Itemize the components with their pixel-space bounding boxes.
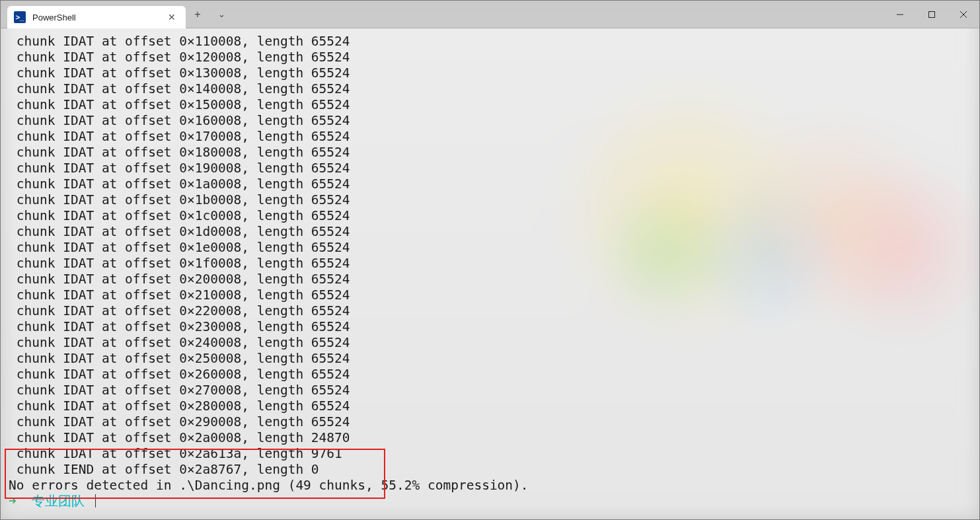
close-icon — [960, 11, 967, 19]
terminal-line: chunk IDAT at offset 0×260008, length 65… — [9, 367, 978, 383]
terminal-prompt[interactable]: ➜ 专业团队 — [9, 494, 978, 509]
cursor-icon — [95, 494, 96, 507]
powershell-icon: >_ — [14, 11, 26, 23]
terminal-line: chunk IDAT at offset 0×200008, length 65… — [9, 272, 978, 287]
terminal-line: chunk IDAT at offset 0×2a613a, length 97… — [9, 446, 978, 462]
terminal-line: chunk IDAT at offset 0×160008, length 65… — [9, 113, 978, 129]
terminal-line: chunk IDAT at offset 0×140008, length 65… — [9, 81, 978, 97]
terminal-line: chunk IDAT at offset 0×170008, length 65… — [9, 129, 978, 145]
window-minimize-button[interactable] — [884, 1, 916, 28]
prompt-path: 专业团队 — [32, 494, 85, 509]
svg-rect-1 — [929, 11, 935, 17]
terminal-line: chunk IDAT at offset 0×110008, length 65… — [9, 34, 978, 50]
terminal-line: chunk IDAT at offset 0×270008, length 65… — [9, 383, 978, 398]
window-maximize-button[interactable] — [916, 1, 948, 28]
terminal-line: chunk IDAT at offset 0×290008, length 65… — [9, 414, 978, 430]
maximize-icon — [928, 11, 936, 19]
terminal-window: >_ PowerShell ✕ + ⌄ chunk IDAT at offset… — [0, 0, 980, 520]
terminal-line: chunk IDAT at offset 0×1a0008, length 65… — [9, 176, 978, 192]
terminal-viewport[interactable]: chunk IDAT at offset 0×110008, length 65… — [1, 28, 979, 519]
terminal-line: chunk IDAT at offset 0×210008, length 65… — [9, 287, 978, 303]
terminal-line: chunk IDAT at offset 0×1d0008, length 65… — [9, 224, 978, 240]
terminal-line: chunk IDAT at offset 0×2a0008, length 24… — [9, 430, 978, 446]
new-tab-button[interactable]: + — [186, 1, 209, 28]
terminal-line: chunk IDAT at offset 0×280008, length 65… — [9, 398, 978, 414]
terminal-line: chunk IDAT at offset 0×190008, length 65… — [9, 161, 978, 176]
terminal-line: No errors detected in .\Dancing.png (49 … — [9, 478, 978, 494]
tab-title: PowerShell — [32, 13, 159, 22]
window-close-button[interactable] — [948, 1, 979, 28]
terminal-line: chunk IDAT at offset 0×150008, length 65… — [9, 97, 978, 113]
terminal-line: chunk IDAT at offset 0×1c0008, length 65… — [9, 208, 978, 224]
terminal-line: chunk IDAT at offset 0×1e0008, length 65… — [9, 240, 978, 256]
terminal-line: chunk IDAT at offset 0×1b0008, length 65… — [9, 192, 978, 208]
titlebar-drag-region[interactable] — [233, 1, 884, 28]
terminal-line: chunk IEND at offset 0×2a8767, length 0 — [9, 462, 978, 478]
tab-dropdown-button[interactable]: ⌄ — [209, 1, 233, 28]
terminal-line: chunk IDAT at offset 0×220008, length 65… — [9, 303, 978, 319]
terminal-line: chunk IDAT at offset 0×250008, length 65… — [9, 351, 978, 367]
terminal-output[interactable]: chunk IDAT at offset 0×110008, length 65… — [1, 28, 979, 519]
titlebar[interactable]: >_ PowerShell ✕ + ⌄ — [1, 1, 979, 28]
terminal-line: chunk IDAT at offset 0×1f0008, length 65… — [9, 256, 978, 272]
terminal-line: chunk IDAT at offset 0×180008, length 65… — [9, 145, 978, 161]
prompt-symbol: ➜ — [9, 494, 17, 509]
terminal-line: chunk IDAT at offset 0×230008, length 65… — [9, 319, 978, 335]
tab-close-button[interactable]: ✕ — [166, 11, 178, 23]
minimize-icon — [896, 11, 904, 19]
terminal-line: chunk IDAT at offset 0×130008, length 65… — [9, 65, 978, 81]
terminal-line: chunk IDAT at offset 0×240008, length 65… — [9, 335, 978, 351]
terminal-line: chunk IDAT at offset 0×120008, length 65… — [9, 50, 978, 65]
tab-powershell[interactable]: >_ PowerShell ✕ — [7, 6, 186, 28]
